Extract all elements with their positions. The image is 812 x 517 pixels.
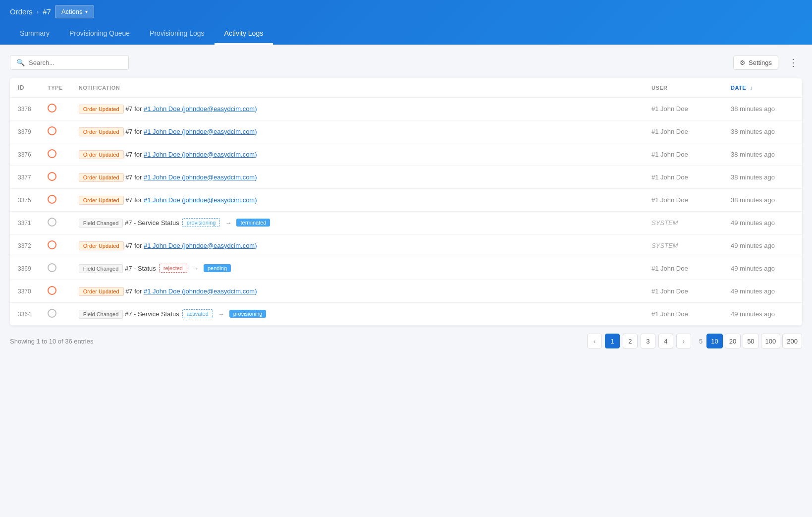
table-row: 3370Order Updated #7 for #1 John Doe (jo… (10, 280, 802, 303)
notification-email[interactable]: (johndoe@easydcim.com) (180, 242, 257, 249)
notification-user-link[interactable]: #1 John Doe (144, 287, 180, 295)
gray-circle-icon (48, 263, 56, 272)
cell-user: SYSTEM (644, 212, 723, 234)
cell-notification: Order Updated #7 for #1 John Doe (johndo… (71, 120, 644, 143)
pagination-info: Showing 1 to 10 of 36 entries (10, 338, 93, 345)
orange-circle-icon (48, 104, 56, 113)
cell-id: 3372 (10, 234, 40, 257)
size-20-button[interactable]: 20 (725, 334, 741, 348)
cell-date: 38 minutes ago (723, 166, 802, 189)
cell-date: 38 minutes ago (723, 143, 802, 166)
orange-circle-icon (48, 240, 56, 249)
search-input[interactable] (29, 59, 122, 66)
search-box[interactable]: 🔍 (10, 55, 129, 70)
orange-circle-icon (48, 172, 56, 181)
cell-type (40, 303, 71, 326)
cell-id: 3369 (10, 257, 40, 280)
cell-date: 38 minutes ago (723, 189, 802, 212)
table-row: 3372Order Updated #7 for #1 John Doe (jo… (10, 234, 802, 257)
notification-email[interactable]: (johndoe@easydcim.com) (180, 151, 257, 158)
gray-circle-icon (48, 309, 56, 318)
breadcrumb-row: Orders › #7 Actions ▾ (10, 0, 802, 23)
tab-activity-logs[interactable]: Activity Logs (215, 23, 273, 45)
table-row: 3378Order Updated #7 for #1 John Doe (jo… (10, 98, 802, 120)
size-100-button[interactable]: 100 (761, 334, 781, 348)
prev-page-button[interactable]: ‹ (587, 334, 602, 348)
orange-circle-icon (48, 126, 56, 135)
app-container: Orders › #7 Actions ▾ SummaryProvisionin… (0, 0, 812, 360)
tab-summary[interactable]: Summary (10, 23, 59, 45)
page-2-button[interactable]: 2 (623, 334, 638, 348)
page-size-label: 5 (699, 338, 703, 345)
sort-icon: ↓ (750, 85, 753, 91)
notification-email[interactable]: (johndoe@easydcim.com) (180, 287, 257, 295)
notification-user-link[interactable]: #1 John Doe (144, 105, 180, 113)
notification-email[interactable]: (johndoe@easydcim.com) (180, 196, 257, 204)
col-type: TYPE (40, 78, 71, 98)
cell-notification: Field Changed #7 - Service Statusprovisi… (71, 212, 644, 234)
table-row: 3364Field Changed #7 - Service Statusact… (10, 303, 802, 326)
notification-email[interactable]: (johndoe@easydcim.com) (180, 105, 257, 113)
notification-user-link[interactable]: #1 John Doe (144, 242, 180, 249)
next-page-button[interactable]: › (676, 334, 691, 348)
cell-user: #1 John Doe (644, 303, 723, 326)
cell-type (40, 166, 71, 189)
cell-type (40, 280, 71, 303)
cell-type (40, 143, 71, 166)
gear-icon: ⚙ (740, 59, 746, 66)
actions-button[interactable]: Actions ▾ (55, 5, 94, 18)
cell-user: #1 John Doe (644, 120, 723, 143)
cell-date: 38 minutes ago (723, 120, 802, 143)
size-50-button[interactable]: 50 (743, 334, 758, 348)
cell-date: 49 minutes ago (723, 280, 802, 303)
main-content: 🔍 ⚙ Settings ⋮ ID TYPE NOTIFICATION (0, 45, 812, 360)
cell-date: 38 minutes ago (723, 98, 802, 120)
col-date[interactable]: DATE ↓ (723, 78, 802, 98)
notification-user-link[interactable]: #1 John Doe (144, 128, 180, 135)
table-row: 3369Field Changed #7 - Statusrejected→pe… (10, 257, 802, 280)
notification-user-link[interactable]: #1 John Doe (144, 173, 180, 181)
toolbar-right: ⚙ Settings ⋮ (733, 55, 802, 70)
actions-chevron-icon: ▾ (85, 9, 88, 14)
orange-circle-icon (48, 149, 56, 158)
arrow-icon: → (225, 219, 231, 227)
cell-id: 3377 (10, 166, 40, 189)
cell-notification: Order Updated #7 for #1 John Doe (johndo… (71, 98, 644, 120)
breadcrumb-orders[interactable]: Orders (10, 7, 33, 16)
notification-user-link[interactable]: #1 John Doe (144, 151, 180, 158)
page-1-button[interactable]: 1 (605, 334, 620, 348)
cell-id: 3364 (10, 303, 40, 326)
system-label: SYSTEM (651, 242, 678, 249)
cell-type (40, 120, 71, 143)
size-10-button[interactable]: 10 (706, 334, 722, 348)
tab-provisioning-logs[interactable]: Provisioning Logs (140, 23, 215, 45)
notification-email[interactable]: (johndoe@easydcim.com) (180, 173, 257, 181)
cell-user: #1 John Doe (644, 189, 723, 212)
table-row: 3377Order Updated #7 for #1 John Doe (jo… (10, 166, 802, 189)
table-row: 3371Field Changed #7 - Service Statuspro… (10, 212, 802, 234)
col-notification: NOTIFICATION (71, 78, 644, 98)
cell-date: 49 minutes ago (723, 212, 802, 234)
cell-notification: Order Updated #7 for #1 John Doe (johndo… (71, 234, 644, 257)
cell-date: 49 minutes ago (723, 257, 802, 280)
system-label: SYSTEM (651, 219, 678, 227)
page-3-button[interactable]: 3 (641, 334, 655, 348)
arrow-icon: → (218, 310, 224, 318)
cell-id: 3379 (10, 120, 40, 143)
cell-id: 3376 (10, 143, 40, 166)
cell-user: #1 John Doe (644, 280, 723, 303)
orange-circle-icon (48, 195, 56, 204)
notification-user-link[interactable]: #1 John Doe (144, 196, 180, 204)
size-200-button[interactable]: 200 (782, 334, 802, 348)
page-4-button[interactable]: 4 (658, 334, 673, 348)
cell-date: 49 minutes ago (723, 234, 802, 257)
cell-user: #1 John Doe (644, 98, 723, 120)
notification-email[interactable]: (johndoe@easydcim.com) (180, 128, 257, 135)
cell-type (40, 189, 71, 212)
settings-button[interactable]: ⚙ Settings (733, 56, 778, 70)
cell-user: #1 John Doe (644, 166, 723, 189)
cell-id: 3375 (10, 189, 40, 212)
arrow-icon: → (192, 265, 199, 272)
tab-provisioning-queue[interactable]: Provisioning Queue (59, 23, 140, 45)
more-options-button[interactable]: ⋮ (784, 55, 802, 70)
